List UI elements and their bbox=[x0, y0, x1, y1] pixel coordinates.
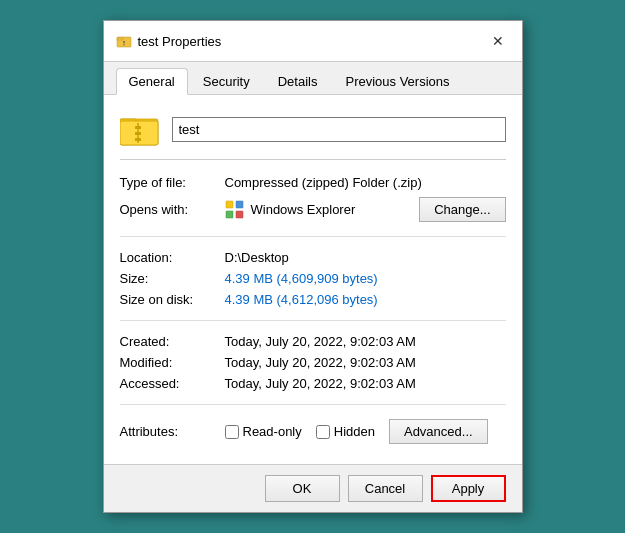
change-button[interactable]: Change... bbox=[419, 197, 505, 222]
attributes-checkboxes: Read-only Hidden Advanced... bbox=[225, 419, 506, 444]
modified-value: Today, July 20, 2022, 9:02:03 AM bbox=[225, 355, 416, 370]
ok-button[interactable]: OK bbox=[265, 475, 340, 502]
modified-row: Modified: Today, July 20, 2022, 9:02:03 … bbox=[120, 352, 506, 373]
properties-dialog: test Properties ✕ General Security Detai… bbox=[103, 20, 523, 513]
app-name: Windows Explorer bbox=[251, 202, 414, 217]
size-row: Size: 4.39 MB (4,609,909 bytes) bbox=[120, 268, 506, 289]
svg-rect-12 bbox=[236, 201, 243, 208]
opens-with-label: Opens with: bbox=[120, 202, 225, 217]
modified-label: Modified: bbox=[120, 355, 225, 370]
svg-rect-13 bbox=[226, 211, 233, 218]
created-row: Created: Today, July 20, 2022, 9:02:03 A… bbox=[120, 331, 506, 352]
attributes-section: Attributes: Read-only Hidden Advanced... bbox=[120, 415, 506, 448]
title-bar: test Properties ✕ bbox=[104, 21, 522, 62]
file-header bbox=[120, 111, 506, 160]
type-section: Type of file: Compressed (zipped) Folder… bbox=[120, 172, 506, 237]
cancel-button[interactable]: Cancel bbox=[348, 475, 423, 502]
readonly-label: Read-only bbox=[243, 424, 302, 439]
dialog-title: test Properties bbox=[138, 34, 222, 49]
tab-general[interactable]: General bbox=[116, 68, 188, 95]
location-row: Location: D:\Desktop bbox=[120, 247, 506, 268]
readonly-checkbox[interactable] bbox=[225, 425, 239, 439]
svg-rect-1 bbox=[117, 38, 123, 40]
dialog-footer: OK Cancel Apply bbox=[104, 464, 522, 512]
accessed-value: Today, July 20, 2022, 9:02:03 AM bbox=[225, 376, 416, 391]
type-row: Type of file: Compressed (zipped) Folder… bbox=[120, 172, 506, 193]
tab-previous-versions[interactable]: Previous Versions bbox=[332, 68, 462, 95]
opens-with-content: Windows Explorer Change... bbox=[225, 197, 506, 222]
tab-security[interactable]: Security bbox=[190, 68, 263, 95]
dates-section: Created: Today, July 20, 2022, 9:02:03 A… bbox=[120, 331, 506, 405]
attributes-label: Attributes: bbox=[120, 424, 225, 439]
svg-rect-8 bbox=[135, 126, 141, 129]
tab-details[interactable]: Details bbox=[265, 68, 331, 95]
accessed-label: Accessed: bbox=[120, 376, 225, 391]
svg-rect-14 bbox=[236, 211, 243, 218]
hidden-label: Hidden bbox=[334, 424, 375, 439]
created-value: Today, July 20, 2022, 9:02:03 AM bbox=[225, 334, 416, 349]
close-button[interactable]: ✕ bbox=[486, 29, 510, 53]
accessed-row: Accessed: Today, July 20, 2022, 9:02:03 … bbox=[120, 373, 506, 394]
svg-rect-11 bbox=[226, 201, 233, 208]
tabs-bar: General Security Details Previous Versio… bbox=[104, 62, 522, 95]
location-label: Location: bbox=[120, 250, 225, 265]
tab-content: Type of file: Compressed (zipped) Folder… bbox=[104, 95, 522, 464]
filename-input[interactable] bbox=[172, 117, 506, 142]
dialog-icon bbox=[116, 33, 132, 49]
hidden-checkbox-label[interactable]: Hidden bbox=[316, 424, 375, 439]
size-label: Size: bbox=[120, 271, 225, 286]
title-bar-left: test Properties bbox=[116, 33, 222, 49]
size-value: 4.39 MB (4,609,909 bytes) bbox=[225, 271, 378, 286]
readonly-checkbox-label[interactable]: Read-only bbox=[225, 424, 302, 439]
created-label: Created: bbox=[120, 334, 225, 349]
size-disk-row: Size on disk: 4.39 MB (4,612,096 bytes) bbox=[120, 289, 506, 310]
svg-rect-3 bbox=[123, 44, 124, 46]
type-value: Compressed (zipped) Folder (.zip) bbox=[225, 175, 422, 190]
size-disk-value: 4.39 MB (4,612,096 bytes) bbox=[225, 292, 378, 307]
folder-icon bbox=[120, 111, 160, 147]
advanced-button[interactable]: Advanced... bbox=[389, 419, 488, 444]
location-value: D:\Desktop bbox=[225, 250, 289, 265]
opens-with-row: Opens with: Windows Explorer Change... bbox=[120, 193, 506, 226]
svg-rect-9 bbox=[135, 132, 141, 135]
size-section: Location: D:\Desktop Size: 4.39 MB (4,60… bbox=[120, 247, 506, 321]
windows-explorer-icon bbox=[225, 200, 245, 220]
type-label: Type of file: bbox=[120, 175, 225, 190]
svg-point-2 bbox=[123, 41, 125, 43]
svg-rect-10 bbox=[135, 138, 141, 141]
apply-button[interactable]: Apply bbox=[431, 475, 506, 502]
size-disk-label: Size on disk: bbox=[120, 292, 225, 307]
hidden-checkbox[interactable] bbox=[316, 425, 330, 439]
